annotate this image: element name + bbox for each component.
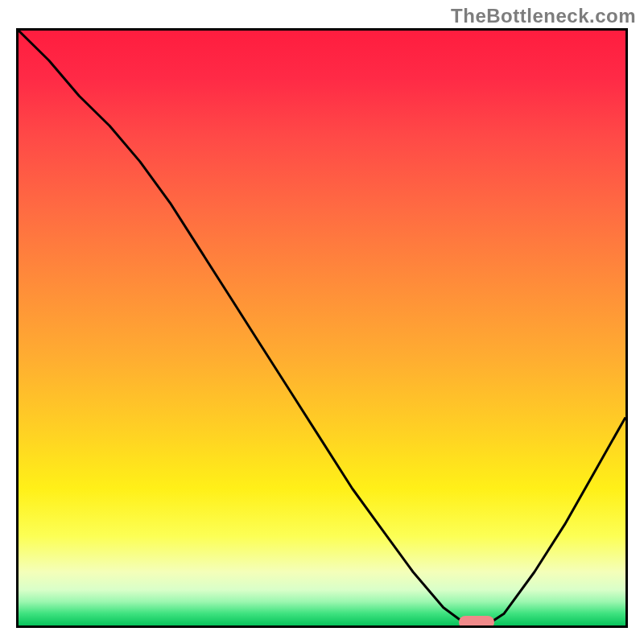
watermark-text: TheBottleneck.com bbox=[451, 5, 636, 27]
bottleneck-curve bbox=[19, 31, 625, 625]
chart-container: TheBottleneck.com bbox=[0, 0, 644, 644]
plot-area bbox=[16, 28, 628, 628]
optimal-marker bbox=[459, 616, 494, 628]
